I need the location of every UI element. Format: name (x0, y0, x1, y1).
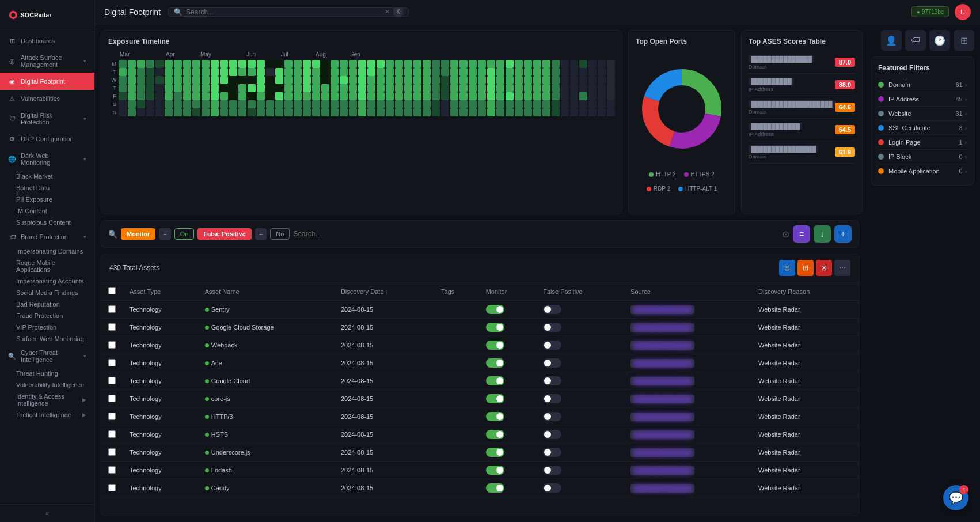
timeline-cell[interactable] (238, 100, 246, 108)
row-checkbox-cell[interactable] (101, 372, 123, 390)
row-checkbox-cell[interactable] (101, 319, 123, 336)
timeline-cell[interactable] (321, 60, 329, 68)
timeline-cell[interactable] (515, 92, 523, 100)
timeline-cell[interactable] (487, 68, 495, 76)
timeline-cell[interactable] (441, 60, 449, 68)
timeline-cell[interactable] (423, 84, 431, 92)
false-positive-toggle-cell[interactable] (536, 479, 624, 497)
timeline-cell[interactable] (404, 92, 412, 100)
sidebar-item-cyber-threat[interactable]: 🔍 Cyber Threat Intelligence ▾ (0, 345, 94, 368)
timeline-cell[interactable] (266, 76, 274, 84)
timeline-cell[interactable] (229, 60, 237, 68)
timeline-cell[interactable] (358, 84, 366, 92)
false-positive-toggle-cell[interactable] (536, 390, 624, 408)
monitor-toggle-cell[interactable] (479, 390, 537, 408)
timeline-cell[interactable] (579, 100, 587, 108)
timeline-cell[interactable] (155, 68, 164, 76)
timeline-cell[interactable] (303, 84, 311, 92)
add-btn[interactable]: + (834, 225, 852, 243)
timeline-cell[interactable] (284, 68, 293, 76)
timeline-cell[interactable] (423, 60, 431, 68)
timeline-cell[interactable] (183, 76, 191, 84)
timeline-cell[interactable] (413, 108, 421, 116)
timeline-cell[interactable] (183, 100, 191, 108)
monitor-toggle-cell[interactable] (479, 301, 537, 319)
timeline-cell[interactable] (386, 100, 394, 108)
row-checkbox[interactable] (108, 430, 116, 438)
timeline-cell[interactable] (598, 92, 606, 100)
timeline-cell[interactable] (588, 76, 597, 84)
timeline-cell[interactable] (570, 84, 578, 92)
timeline-cell[interactable] (432, 68, 440, 76)
timeline-cell[interactable] (183, 108, 191, 116)
monitor-toggle-cell[interactable] (479, 336, 537, 354)
false-positive-toggle[interactable] (543, 341, 561, 350)
timeline-cell[interactable] (174, 100, 182, 108)
timeline-cell[interactable] (515, 100, 523, 108)
timeline-cell[interactable] (211, 84, 219, 92)
false-positive-toggle-cell[interactable] (536, 372, 624, 390)
timeline-cell[interactable] (202, 108, 210, 116)
timeline-cell[interactable] (542, 108, 550, 116)
timeline-cell[interactable] (487, 100, 495, 108)
timeline-cell[interactable] (533, 108, 541, 116)
timeline-cell[interactable] (441, 68, 449, 76)
timeline-cell[interactable] (579, 76, 587, 84)
timeline-cell[interactable] (579, 84, 587, 92)
list-view-btn[interactable]: ⊟ (779, 260, 795, 276)
timeline-cell[interactable] (506, 84, 514, 92)
timeline-cell[interactable] (321, 68, 329, 76)
timeline-cell[interactable] (257, 100, 265, 108)
timeline-cell[interactable] (137, 100, 145, 108)
timeline-cell[interactable] (367, 76, 375, 84)
sidebar-item-digital-footprint[interactable]: ◉ Digital Footprint (0, 73, 94, 90)
timeline-cell[interactable] (146, 92, 154, 100)
timeline-cell[interactable] (496, 76, 504, 84)
timeline-cell[interactable] (469, 92, 477, 100)
timeline-cell[interactable] (192, 100, 200, 108)
timeline-cell[interactable] (588, 100, 597, 108)
timeline-cell[interactable] (459, 92, 468, 100)
timeline-cell[interactable] (469, 84, 477, 92)
monitor-toggle[interactable] (486, 448, 504, 457)
timeline-cell[interactable] (552, 108, 560, 116)
timeline-cell[interactable] (257, 108, 265, 116)
chart-view-btn[interactable]: ⋯ (834, 260, 850, 276)
sidebar-item-digital-risk[interactable]: 🛡 Digital Risk Protection ▾ (0, 107, 94, 130)
timeline-cell[interactable] (579, 108, 587, 116)
timeline-cell[interactable] (174, 84, 182, 92)
timeline-cell[interactable] (128, 100, 136, 108)
timeline-cell[interactable] (570, 68, 578, 76)
timeline-cell[interactable] (524, 108, 532, 116)
timeline-cell[interactable] (367, 92, 375, 100)
timeline-cell[interactable] (377, 84, 385, 92)
timeline-cell[interactable] (340, 92, 348, 100)
timeline-cell[interactable] (340, 68, 348, 76)
monitor-toggle-cell[interactable] (479, 408, 537, 426)
timeline-cell[interactable] (294, 100, 302, 108)
timeline-cell[interactable] (183, 84, 191, 92)
timeline-cell[interactable] (211, 76, 219, 84)
monitor-toggle[interactable] (486, 341, 504, 350)
timeline-cell[interactable] (588, 108, 597, 116)
timeline-cell[interactable] (220, 100, 228, 108)
monitor-toggle[interactable] (486, 483, 504, 493)
timeline-cell[interactable] (377, 100, 385, 108)
sidebar-item-vuln-intelligence[interactable]: Vulnerability Intelligence (0, 379, 94, 391)
timeline-cell[interactable] (395, 76, 403, 84)
timeline-cell[interactable] (552, 92, 560, 100)
timeline-cell[interactable] (478, 100, 486, 108)
timeline-cell[interactable] (321, 84, 329, 92)
timeline-cell[interactable] (174, 76, 182, 84)
timeline-cell[interactable] (588, 68, 597, 76)
false-positive-toggle-cell[interactable] (536, 319, 624, 336)
timeline-cell[interactable] (266, 68, 274, 76)
timeline-cell[interactable] (570, 92, 578, 100)
timeline-cell[interactable] (358, 100, 366, 108)
timeline-cell[interactable] (588, 92, 597, 100)
false-positive-toggle[interactable] (543, 305, 561, 314)
timeline-cell[interactable] (331, 76, 339, 84)
timeline-cell[interactable] (423, 68, 431, 76)
timeline-cell[interactable] (459, 84, 468, 92)
download-btn[interactable]: ↓ (814, 225, 831, 243)
